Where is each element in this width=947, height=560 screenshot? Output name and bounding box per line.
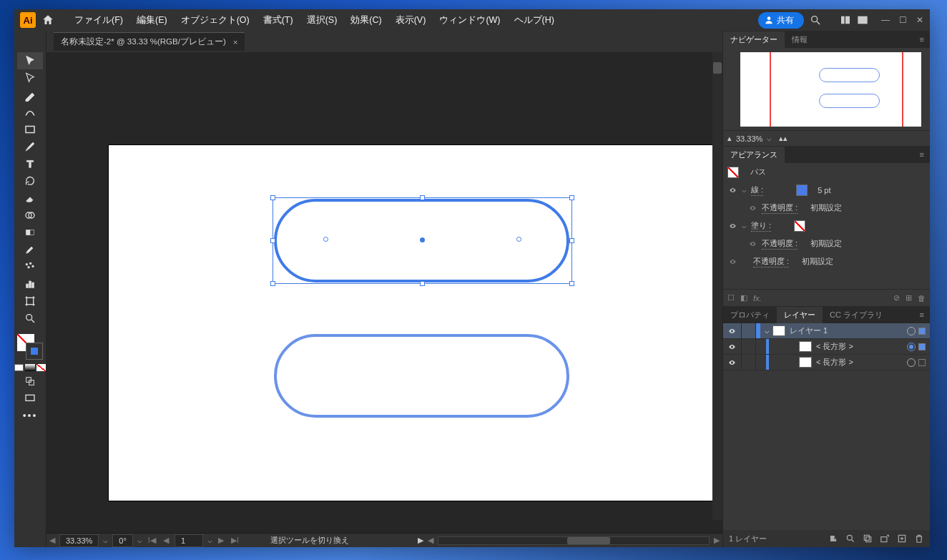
eye-icon[interactable]: [728, 187, 737, 194]
lock-col[interactable]: [742, 355, 756, 370]
fill-opacity-label[interactable]: 不透明度 :: [762, 238, 798, 250]
eraser-tool[interactable]: [17, 190, 43, 207]
target-icon[interactable]: [907, 343, 916, 351]
fill-label[interactable]: 塗り :: [751, 220, 771, 232]
hscroll-end[interactable]: ▶: [714, 536, 720, 545]
stroke-swatch[interactable]: [796, 185, 808, 196]
layer-name[interactable]: レイヤー 1: [790, 325, 904, 336]
home-icon[interactable]: [41, 14, 54, 26]
lock-col[interactable]: [742, 323, 756, 338]
opacity-label[interactable]: 不透明度 :: [753, 256, 789, 267]
locate-icon[interactable]: [845, 534, 855, 544]
eye-icon[interactable]: [727, 343, 737, 350]
fill-swatch[interactable]: [794, 220, 805, 232]
eyedropper-tool[interactable]: [17, 241, 43, 258]
horizontal-scrollbar[interactable]: [438, 536, 710, 545]
paintbrush-tool[interactable]: [17, 138, 43, 155]
clear-icon[interactable]: ⊘: [893, 293, 900, 303]
eye-icon[interactable]: [727, 359, 737, 366]
prev-artboard-button[interactable]: ◀: [162, 536, 170, 545]
pen-tool[interactable]: [17, 87, 43, 104]
rotation-dropdown-icon[interactable]: ⌵: [137, 536, 142, 545]
eye-icon[interactable]: [727, 328, 737, 335]
appearance-tab[interactable]: アピアランス: [723, 147, 785, 163]
menu-object[interactable]: オブジェクト(O): [175, 11, 255, 29]
lock-col[interactable]: [742, 339, 756, 354]
properties-tab[interactable]: プロパティ: [723, 307, 777, 323]
next-artboard-button[interactable]: ▶: [217, 536, 225, 545]
target-icon[interactable]: [907, 358, 916, 367]
artboard-number[interactable]: 1: [175, 534, 203, 547]
expand-layer-icon[interactable]: ⌵: [765, 326, 770, 335]
new-fill-icon[interactable]: ◧: [740, 293, 747, 303]
rotate-tool[interactable]: [17, 172, 43, 190]
cc-libraries-tab[interactable]: CC ライブラリ: [823, 307, 890, 323]
rounded-rect-2[interactable]: [274, 334, 569, 418]
live-corner-e[interactable]: [516, 237, 521, 242]
close-tab-button[interactable]: ×: [233, 38, 238, 46]
zoom-dropdown-icon[interactable]: ⌵: [103, 536, 108, 545]
screen-mode[interactable]: [17, 390, 43, 407]
expand-fill-icon[interactable]: ⌵: [742, 221, 747, 230]
nav-viewport-box[interactable]: [770, 52, 903, 127]
close-window-button[interactable]: ✕: [916, 16, 924, 24]
handle-nw[interactable]: [270, 195, 275, 200]
draw-mode[interactable]: [17, 373, 43, 390]
stroke-value[interactable]: 5 pt: [818, 186, 830, 195]
hscroll-left[interactable]: ▶: [418, 536, 423, 545]
navigator-panel[interactable]: [723, 48, 930, 130]
layers-menu-icon[interactable]: ≡: [914, 310, 930, 319]
hscroll-start[interactable]: ◀: [428, 536, 433, 545]
handle-ne[interactable]: [569, 195, 574, 200]
clip-icon[interactable]: [863, 534, 873, 544]
appearance-menu-icon[interactable]: ≡: [914, 150, 930, 159]
handle-s[interactable]: [420, 281, 425, 286]
live-corner-w[interactable]: [323, 237, 328, 242]
eye-icon[interactable]: [728, 258, 737, 265]
menu-help[interactable]: ヘルプ(H): [509, 11, 560, 29]
menu-file[interactable]: ファイル(F): [69, 11, 129, 29]
new-sublayer-icon[interactable]: [880, 534, 890, 544]
zoom-field[interactable]: 33.33%: [59, 534, 99, 547]
edit-toolbar[interactable]: •••: [17, 407, 43, 424]
menu-effect[interactable]: 効果(C): [345, 11, 387, 29]
duplicate-icon[interactable]: ⊞: [906, 293, 912, 303]
new-layer-icon[interactable]: [897, 534, 907, 544]
menu-type[interactable]: 書式(T): [257, 11, 299, 29]
handle-w[interactable]: [270, 238, 275, 243]
canvas[interactable]: [46, 52, 722, 533]
search-icon[interactable]: [810, 14, 821, 26]
arrange-icon[interactable]: [857, 14, 868, 26]
rotation-field[interactable]: 0°: [112, 534, 133, 547]
menu-view[interactable]: 表示(V): [390, 11, 432, 29]
minimize-button[interactable]: —: [881, 16, 890, 24]
layer-row-1[interactable]: ⌵ レイヤー 1: [723, 323, 930, 339]
object-name[interactable]: < 長方形 >: [816, 357, 904, 368]
vertical-scrollbar[interactable]: [712, 52, 722, 520]
eye-icon[interactable]: [748, 205, 757, 212]
navigator-tab[interactable]: ナビゲーター: [723, 31, 785, 48]
workspace-icon[interactable]: [840, 14, 851, 26]
handle-e[interactable]: [569, 238, 574, 243]
info-tab[interactable]: 情報: [785, 31, 815, 48]
shape-builder-tool[interactable]: [17, 207, 43, 224]
eye-icon[interactable]: [748, 240, 757, 247]
menu-window[interactable]: ウィンドウ(W): [433, 11, 506, 29]
stroke-label[interactable]: 線 :: [751, 185, 763, 196]
document-tab[interactable]: 名称未設定-2* @ 33.33 %(RGB/プレビュー) ×: [54, 32, 245, 51]
target-icon[interactable]: [907, 327, 916, 335]
type-tool[interactable]: [17, 155, 43, 172]
menu-edit[interactable]: 編集(E): [131, 11, 173, 29]
zoom-in-icon[interactable]: ▴▴: [779, 134, 787, 143]
handle-se[interactable]: [569, 281, 574, 286]
artboard-dropdown-icon[interactable]: ⌵: [207, 536, 212, 545]
share-button[interactable]: 共有: [758, 12, 804, 29]
zoom-tool[interactable]: [17, 310, 43, 327]
handle-n[interactable]: [420, 195, 425, 200]
sublayer-row-2[interactable]: < 長方形 >: [723, 355, 930, 370]
delete-layer-icon[interactable]: [914, 534, 924, 544]
sublayer-row-1[interactable]: < 長方形 >: [723, 339, 930, 355]
selection-tool[interactable]: [17, 52, 43, 69]
stroke-opacity-label[interactable]: 不透明度 :: [762, 202, 798, 214]
rectangle-tool[interactable]: [17, 121, 43, 138]
